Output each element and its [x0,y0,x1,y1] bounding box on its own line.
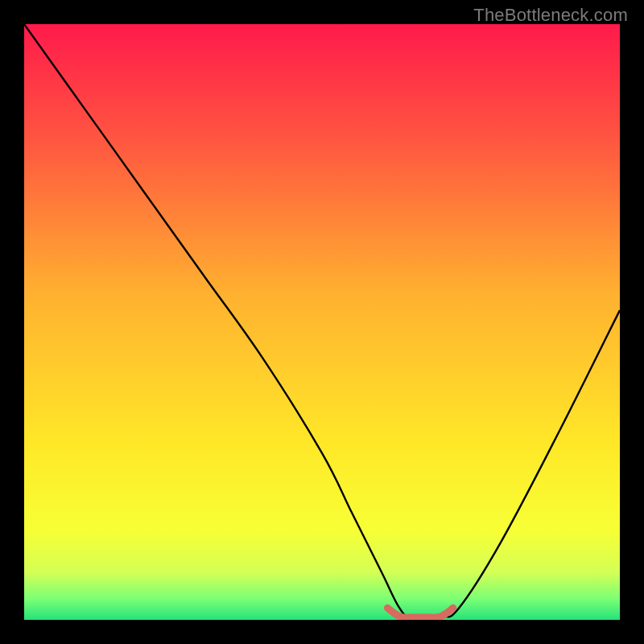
bottleneck-curve [24,24,620,618]
watermark-text: TheBottleneck.com [473,5,628,26]
plot-area [24,24,620,620]
sweet-spot-marker [387,608,452,617]
chart-frame: TheBottleneck.com [0,0,644,644]
chart-lines [24,24,620,620]
